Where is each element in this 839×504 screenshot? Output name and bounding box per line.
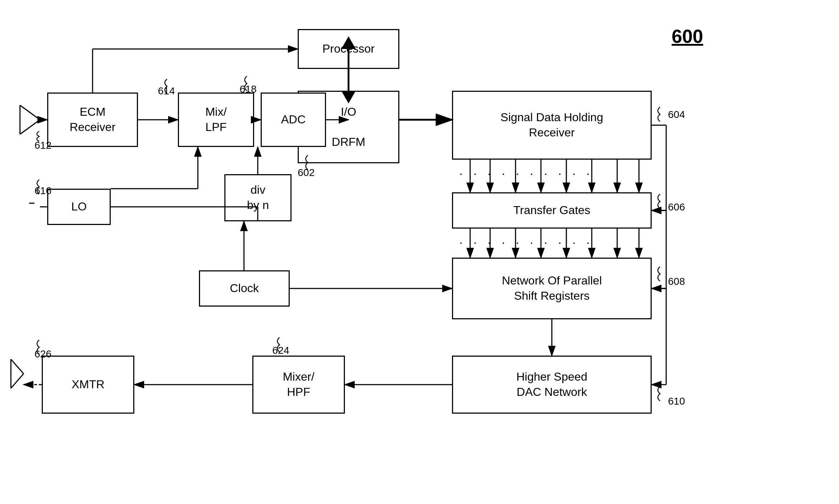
ecm-receiver-block: ECMReceiver: [47, 93, 138, 147]
processor-block: Processor: [298, 29, 399, 69]
diagram: 600 Processor I/ODRFM ECMReceiver Mix/LP…: [0, 0, 839, 504]
svg-line-51: [11, 374, 24, 388]
div-by-n-block: divby n: [224, 174, 292, 221]
label-614: 614: [158, 85, 175, 97]
label-618: 618: [240, 83, 257, 95]
clock-block: Clock: [199, 270, 290, 307]
label-612: 612: [34, 140, 52, 151]
adc-block: ADC: [261, 93, 326, 147]
label-606: 606: [668, 201, 685, 213]
transfer-gates-block: Transfer Gates: [452, 192, 652, 229]
network-parallel-block: Network Of ParallelShift Registers: [452, 258, 652, 319]
label-604: 604: [668, 109, 685, 120]
higher-speed-block: Higher SpeedDAC Network: [452, 356, 652, 414]
label-608: 608: [668, 276, 685, 287]
label-610: 610: [668, 396, 685, 407]
label-624: 624: [272, 345, 289, 356]
svg-line-50: [11, 359, 24, 374]
svg-line-2: [20, 105, 40, 120]
dots-row-2: · · · · · · · · · ·: [459, 235, 593, 249]
label-616: 616: [34, 185, 52, 197]
diagram-title: 600: [672, 25, 703, 47]
xmtr-block: XMTR: [42, 356, 134, 414]
lo-block: LO: [47, 189, 111, 225]
label-626: 626: [34, 348, 52, 360]
mixer-hpf-block: Mixer/HPF: [252, 356, 345, 414]
mix-lpf-block: Mix/LPF: [178, 93, 254, 147]
dots-row-1: · · · · · · · · · ·: [459, 166, 593, 180]
signal-data-block: Signal Data HoldingReceiver: [452, 91, 652, 160]
svg-line-3: [20, 120, 40, 134]
arrows-svg: [0, 0, 839, 504]
label-602: 602: [298, 167, 315, 179]
